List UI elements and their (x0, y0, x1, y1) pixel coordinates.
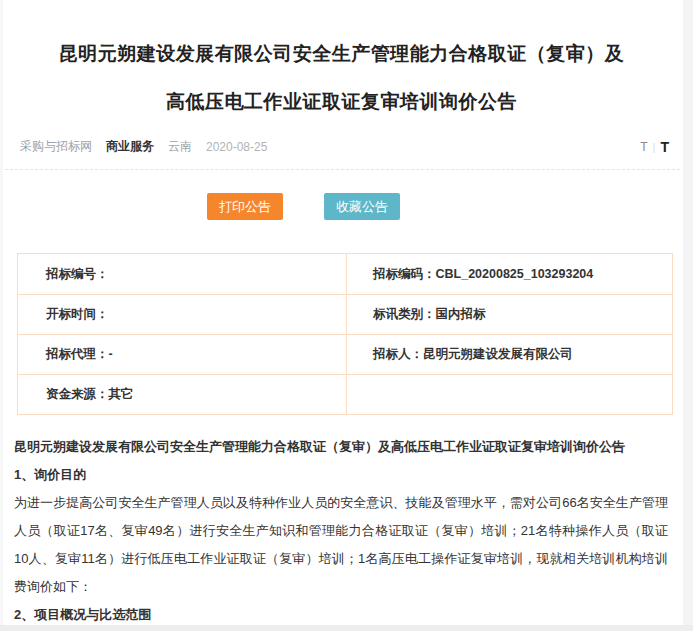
action-buttons: 打印公告 收藏公告 (207, 193, 400, 220)
section2-title: 2、项目概况与比选范围 (14, 601, 668, 629)
breadcrumb-region-link[interactable]: 云南 (168, 138, 192, 155)
announcement-body: 昆明元朔建设发展有限公司安全生产管理能力合格取证（复审）及高低压电工作业证取证复… (14, 433, 668, 631)
fund-source-cell: 资金来源：其它 (18, 375, 347, 414)
page-title-line1: 昆明元朔建设发展有限公司安全生产管理能力合格取证（复审）及 (59, 43, 625, 64)
body-heading: 昆明元朔建设发展有限公司安全生产管理能力合格取证（复审）及高低压电工作业证取证复… (14, 433, 668, 461)
font-smaller-button[interactable]: T (640, 140, 647, 154)
section1-title: 1、询价目的 (14, 461, 668, 489)
print-announcement-button[interactable]: 打印公告 (207, 193, 283, 220)
breadcrumb-source-link[interactable]: 采购与招标网 (20, 138, 92, 155)
dotted-separator (5, 169, 680, 170)
font-larger-button[interactable]: T (660, 139, 669, 155)
tenderee-cell: 招标人：昆明元朔建设发展有限公司 (347, 335, 672, 374)
empty-cell (347, 375, 672, 414)
notice-type-cell: 标讯类别：国内招标 (347, 295, 672, 334)
tender-agent-cell: 招标代理：- (18, 335, 347, 374)
section1-paragraph: 为进一步提高公司安全生产管理人员以及特种作业人员的安全意识、技能及管理水平，需对… (14, 489, 668, 601)
page-left-gutter (0, 0, 3, 631)
tender-number-cell: 招标编号： (18, 254, 347, 294)
tender-info-table: 招标编号： 招标编码：CBL_20200825_103293204 开标时间： … (17, 253, 673, 415)
breadcrumb-category-link[interactable]: 商业服务 (106, 138, 154, 155)
meta-row: 采购与招标网 商业服务 云南 2020-08-25 T | T (20, 138, 669, 155)
table-row: 开标时间： 标讯类别：国内招标 (18, 294, 672, 334)
page-title-line2: 高低压电工作业证取证复审培训询价公告 (166, 91, 517, 112)
font-size-toggle: T | T (640, 139, 669, 155)
publish-date: 2020-08-25 (206, 140, 267, 154)
page-title: 昆明元朔建设发展有限公司安全生产管理能力合格取证（复审）及 高低压电工作业证取证… (10, 30, 673, 126)
font-toggle-divider: | (653, 141, 656, 153)
favorite-announcement-button[interactable]: 收藏公告 (324, 193, 400, 220)
page-right-gutter (683, 0, 693, 631)
table-row: 招标代理：- 招标人：昆明元朔建设发展有限公司 (18, 334, 672, 374)
table-row: 资金来源：其它 (18, 374, 672, 414)
table-row: 招标编号： 招标编码：CBL_20200825_103293204 (18, 254, 672, 294)
tender-code-cell: 招标编码：CBL_20200825_103293204 (347, 254, 672, 294)
open-time-cell: 开标时间： (18, 295, 347, 334)
